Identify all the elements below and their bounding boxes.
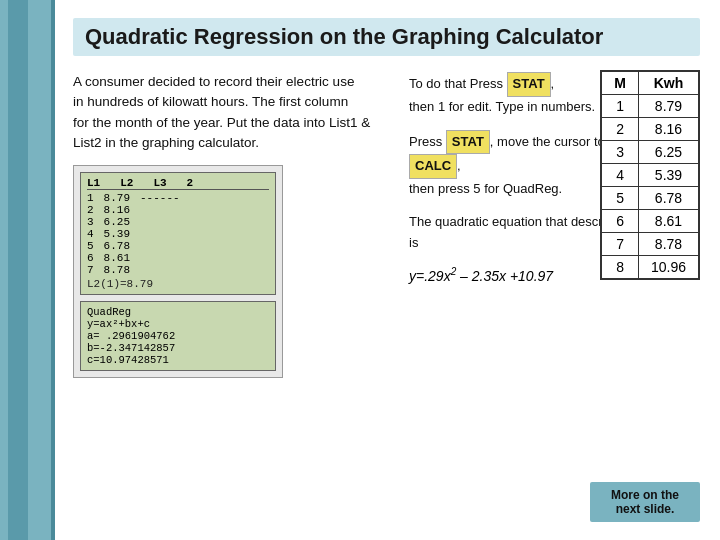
calc-quadreg-screen: QuadReg y=ax²+bx+c a= .2961904762 b=-2.3…: [80, 301, 276, 371]
quadreg-title: QuadReg: [87, 306, 269, 318]
col-header-kwh: Kwh: [638, 71, 699, 95]
cell-kwh: 8.79: [638, 95, 699, 118]
left-section: A consumer decided to record their elect…: [73, 72, 393, 388]
cell-kwh: 8.78: [638, 233, 699, 256]
cell-month: 4: [601, 164, 638, 187]
cell-month: 6: [601, 210, 638, 233]
desc-line4: List2 in the graphing calculator.: [73, 135, 259, 150]
more-next-slide: More on the next slide.: [590, 482, 700, 522]
step1-suffix: ,: [551, 76, 555, 91]
table-row: 56.78: [601, 187, 699, 210]
col-l3: L3: [153, 177, 166, 189]
table-row: 68.61: [601, 210, 699, 233]
cell-month: 2: [601, 118, 638, 141]
step2-prefix: Press: [409, 134, 446, 149]
cell-kwh: 8.16: [638, 118, 699, 141]
col-l2: L2: [120, 177, 133, 189]
stat-badge-1: STAT: [507, 72, 551, 97]
description-text: A consumer decided to record their elect…: [73, 72, 393, 153]
cell-kwh: 6.78: [638, 187, 699, 210]
cell-kwh: 5.39: [638, 164, 699, 187]
quadreg-formula: y=ax²+bx+c: [87, 318, 269, 330]
quadreg-a: a= .2961904762: [87, 330, 269, 342]
left-decoration-inner: [8, 0, 28, 540]
desc-line2: in hundreds of kilowatt hours. The first…: [73, 94, 348, 109]
cell-month: 7: [601, 233, 638, 256]
data-table: M Kwh 18.7928.1636.2545.3956.7868.6178.7…: [600, 70, 700, 280]
desc-line3: for the month of the year. Put the data …: [73, 115, 370, 130]
desc-line1: A consumer decided to record their elect…: [73, 74, 354, 89]
data-table-section: M Kwh 18.7928.1636.2545.3956.7868.6178.7…: [600, 70, 700, 280]
col-header-m: M: [601, 71, 638, 95]
left-decoration-bar: [0, 0, 55, 540]
step2-rest: then press 5 for QuadReg.: [409, 181, 562, 196]
col-2: 2: [187, 177, 194, 189]
cell-month: 5: [601, 187, 638, 210]
col-l1: L1: [87, 177, 100, 189]
calc-list-screen: L1 L2 L3 2 18.79------ 28.16 36.25 45.39…: [80, 172, 276, 295]
step1-prefix: To do that Press: [409, 76, 507, 91]
cell-month: 3: [601, 141, 638, 164]
cell-kwh: 10.96: [638, 256, 699, 280]
cell-month: 8: [601, 256, 638, 280]
table-row: 36.25: [601, 141, 699, 164]
calc-footer: L2(1)=8.79: [87, 278, 269, 290]
table-row: 810.96: [601, 256, 699, 280]
calc-badge: CALC: [409, 154, 457, 179]
page-title: Quadratic Regression on the Graphing Cal…: [73, 18, 700, 56]
cell-kwh: 6.25: [638, 141, 699, 164]
table-row: 78.78: [601, 233, 699, 256]
table-row: 18.79: [601, 95, 699, 118]
calc-header-row: L1 L2 L3 2: [87, 177, 269, 190]
table-row: 45.39: [601, 164, 699, 187]
calc-data-rows: 18.79------ 28.16 36.25 45.39 56.78 68.6…: [87, 192, 269, 276]
step2-suffix: ,: [457, 158, 461, 173]
quadreg-b: b=-2.347142857: [87, 342, 269, 354]
cell-month: 1: [601, 95, 638, 118]
quadreg-c: c=10.97428571: [87, 354, 269, 366]
table-row: 28.16: [601, 118, 699, 141]
more-text: More on the next slide.: [611, 488, 679, 516]
step1-rest: then 1 for edit. Type in numbers.: [409, 99, 595, 114]
cell-kwh: 8.61: [638, 210, 699, 233]
stat-badge-2: STAT: [446, 130, 490, 155]
calculator-screen: L1 L2 L3 2 18.79------ 28.16 36.25 45.39…: [73, 165, 283, 378]
